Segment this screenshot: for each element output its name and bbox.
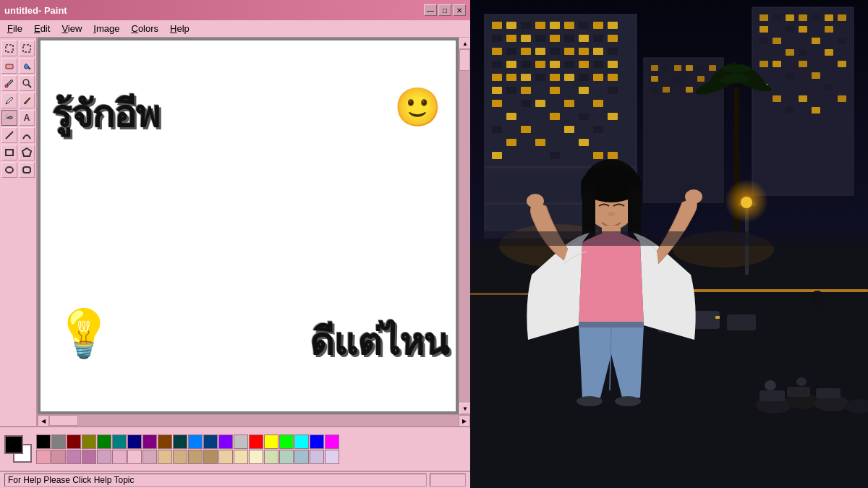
- scroll-thumb[interactable]: [459, 49, 470, 71]
- svg-rect-89: [550, 152, 560, 159]
- palette-color-31[interactable]: [203, 450, 218, 464]
- minimize-button[interactable]: —: [424, 4, 437, 16]
- canvas-text-line2: ดีแต่ไหน: [310, 312, 448, 372]
- palette-color-16[interactable]: [279, 435, 294, 449]
- close-button[interactable]: ✕: [453, 4, 466, 16]
- palette-color-20[interactable]: [36, 450, 51, 464]
- svg-rect-120: [825, 84, 833, 90]
- scroll-down-button[interactable]: ▼: [459, 403, 470, 414]
- svg-rect-69: [550, 87, 560, 94]
- palette-color-36[interactable]: [279, 450, 294, 464]
- brush-tool[interactable]: [19, 93, 35, 108]
- palette-color-22[interactable]: [67, 450, 81, 464]
- svg-point-166: [765, 380, 776, 390]
- pencil-tool[interactable]: [1, 93, 17, 108]
- palette-color-32[interactable]: [218, 450, 233, 464]
- palette-color-18[interactable]: [310, 435, 324, 449]
- palette-color-4[interactable]: [97, 435, 111, 449]
- palette-color-29[interactable]: [173, 450, 187, 464]
- palette-color-9[interactable]: [173, 435, 187, 449]
- menu-colors[interactable]: Colors: [127, 22, 163, 35]
- scroll-left-button[interactable]: ◀: [38, 415, 49, 426]
- palette-color-21[interactable]: [51, 450, 66, 464]
- svg-rect-107: [773, 38, 781, 44]
- svg-rect-123: [838, 95, 846, 102]
- palette-color-25[interactable]: [112, 450, 127, 464]
- palette-color-12[interactable]: [218, 435, 233, 449]
- polygon-tool[interactable]: [19, 145, 35, 160]
- svg-rect-138: [686, 87, 693, 93]
- scroll-up-button[interactable]: ▲: [459, 38, 470, 49]
- curve-tool[interactable]: [19, 127, 35, 143]
- palette-color-2[interactable]: [67, 435, 81, 449]
- free-select-tool[interactable]: [1, 40, 17, 56]
- menu-file[interactable]: File: [3, 22, 27, 35]
- svg-rect-26: [564, 22, 574, 29]
- svg-line-3: [28, 67, 30, 69]
- menu-help[interactable]: Help: [166, 22, 194, 35]
- palette-color-15[interactable]: [264, 435, 278, 449]
- scroll-h-thumb[interactable]: [49, 415, 78, 426]
- palette-color-11[interactable]: [203, 435, 218, 449]
- ellipse-tool[interactable]: [1, 162, 17, 178]
- palette-color-37[interactable]: [294, 450, 309, 464]
- canvas-inner[interactable]: รู้จักอีพ 🙂 💡 ดีแต่ไหน: [38, 38, 459, 414]
- palette-color-23[interactable]: [82, 450, 96, 464]
- palette-color-8[interactable]: [158, 435, 172, 449]
- eraser-tool[interactable]: [1, 58, 17, 74]
- palette-color-24[interactable]: [97, 450, 111, 464]
- menu-edit[interactable]: Edit: [30, 22, 54, 35]
- scrollbar-vertical[interactable]: ▲ ▼: [459, 38, 470, 414]
- palette-color-33[interactable]: [234, 450, 248, 464]
- palette-color-10[interactable]: [188, 435, 203, 449]
- svg-point-167: [796, 377, 807, 386]
- svg-rect-17: [23, 167, 30, 173]
- palette-color-5[interactable]: [112, 435, 127, 449]
- airbrush-tool[interactable]: [1, 110, 17, 126]
- scroll-track: [459, 49, 470, 403]
- palette-color-14[interactable]: [249, 435, 263, 449]
- menu-image[interactable]: Image: [89, 22, 124, 35]
- rect-tool[interactable]: [1, 145, 17, 160]
- palette-color-28[interactable]: [158, 450, 172, 464]
- palette-color-30[interactable]: [188, 450, 203, 464]
- zoom-tool[interactable]: [19, 75, 35, 91]
- palette-color-0[interactable]: [36, 435, 51, 449]
- svg-rect-67: [506, 87, 516, 94]
- foreground-color-box[interactable]: [4, 435, 23, 454]
- svg-rect-91: [608, 152, 618, 159]
- menu-view[interactable]: View: [57, 22, 86, 35]
- palette-color-17[interactable]: [294, 435, 309, 449]
- palette-color-38[interactable]: [310, 450, 324, 464]
- palette-color-1[interactable]: [51, 435, 66, 449]
- text-tool[interactable]: A: [19, 110, 35, 126]
- palette-color-39[interactable]: [325, 450, 339, 464]
- fill-tool[interactable]: [19, 58, 35, 74]
- svg-rect-66: [492, 87, 502, 94]
- status-size-box: [430, 474, 466, 487]
- maximize-button[interactable]: □: [438, 4, 451, 16]
- palette-color-26[interactable]: [127, 450, 142, 464]
- svg-rect-82: [521, 126, 531, 133]
- palette-color-7[interactable]: [142, 435, 157, 449]
- scroll-right-button[interactable]: ▶: [459, 415, 470, 426]
- palette-color-13[interactable]: [234, 435, 248, 449]
- palette-color-27[interactable]: [142, 450, 157, 464]
- svg-rect-63: [579, 74, 589, 81]
- palette-color-35[interactable]: [264, 450, 278, 464]
- svg-rect-57: [492, 74, 502, 81]
- scrollbar-horizontal[interactable]: ◀ ▶: [38, 414, 470, 426]
- color-palette-area: [0, 426, 470, 471]
- palette-color-19[interactable]: [325, 435, 339, 449]
- canvas-white[interactable]: รู้จักอีพ 🙂 💡 ดีแต่ไหน: [41, 40, 456, 411]
- round-rect-tool[interactable]: [19, 162, 35, 178]
- palette-color-34[interactable]: [249, 450, 263, 464]
- line-tool[interactable]: [1, 127, 17, 143]
- palette-color-3[interactable]: [82, 435, 96, 449]
- svg-rect-64: [593, 74, 603, 81]
- eyedropper-tool[interactable]: [1, 75, 17, 91]
- svg-line-6: [28, 85, 31, 87]
- palette-color-6[interactable]: [127, 435, 142, 449]
- rect-select-tool[interactable]: [19, 40, 35, 56]
- canvas-bulb-emoji: 💡: [55, 307, 113, 361]
